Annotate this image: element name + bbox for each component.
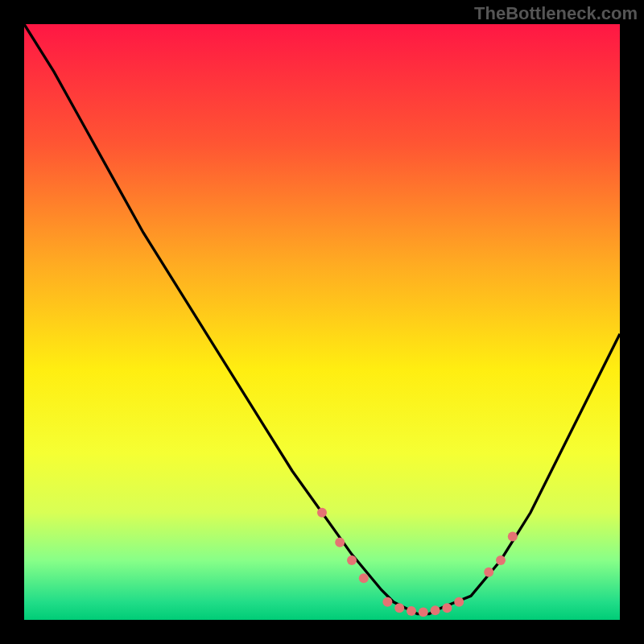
curve-markers	[317, 508, 518, 617]
curve-marker	[442, 603, 452, 613]
curve-marker	[407, 606, 416, 616]
curve-marker	[419, 607, 428, 617]
curve-marker	[347, 555, 357, 565]
curve-marker	[454, 597, 464, 607]
curve-marker	[496, 555, 506, 565]
curve-marker	[382, 597, 392, 607]
curve-marker	[484, 568, 493, 577]
curve-marker	[335, 538, 345, 547]
curve-marker	[394, 603, 404, 613]
curve-marker	[431, 605, 440, 615]
curve-marker	[508, 531, 518, 541]
plot-area	[24, 24, 620, 620]
curve-line	[24, 24, 620, 614]
curve-marker	[359, 573, 369, 583]
bottleneck-curve	[24, 24, 620, 620]
curve-marker	[317, 508, 327, 518]
watermark-text: TheBottleneck.com	[474, 3, 638, 24]
